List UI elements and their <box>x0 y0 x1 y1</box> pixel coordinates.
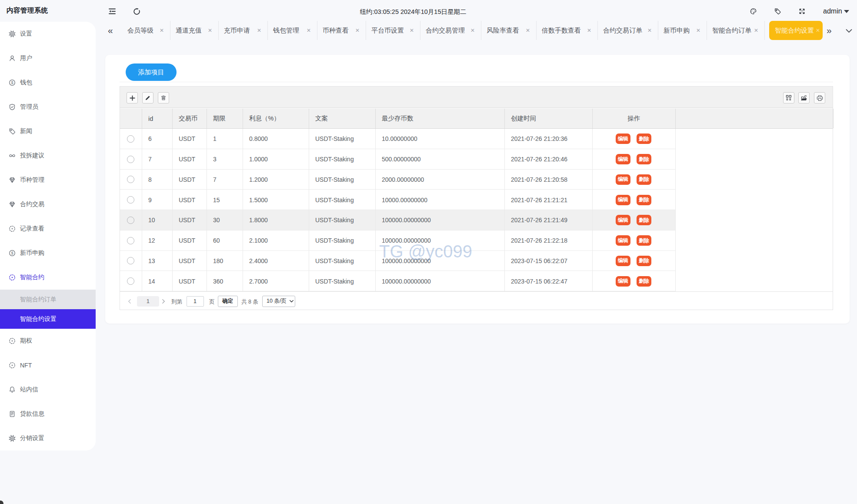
svg-text:$: $ <box>11 251 13 255</box>
svg-text:$: $ <box>11 80 13 85</box>
